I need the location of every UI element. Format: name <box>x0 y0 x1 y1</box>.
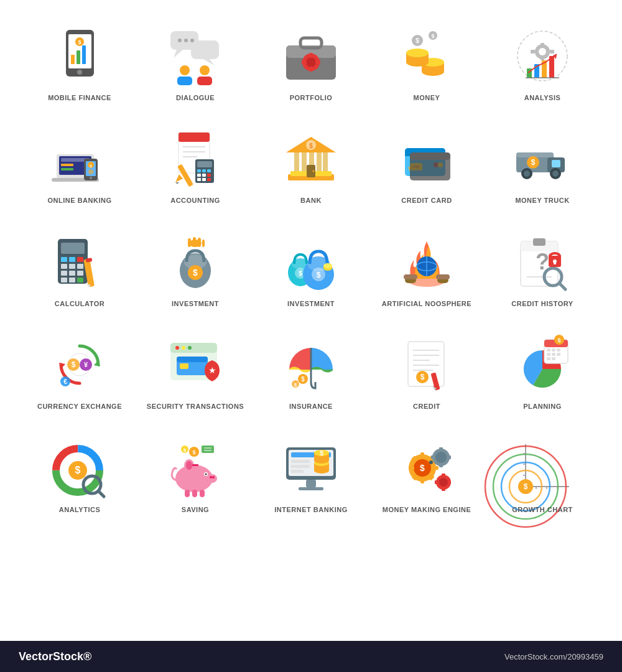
svg-point-15 <box>180 65 190 75</box>
svg-rect-160 <box>436 274 450 279</box>
icon-box-credit-card <box>396 128 458 190</box>
label-mobile-finance: MOBILE FINANCE <box>48 93 111 103</box>
svg-text:$: $ <box>431 33 434 39</box>
icon-box-analytics: $ <box>49 437 111 499</box>
icon-item-credit: $ CREDIT <box>372 327 481 418</box>
icon-item-saving: $ $ SAVING <box>141 431 250 521</box>
label-bank: BANK <box>300 196 322 205</box>
svg-point-185 <box>188 346 192 350</box>
icon-item-analysis: ANALYSIS <box>488 19 597 109</box>
svg-text:$: $ <box>316 270 321 279</box>
svg-text:$: $ <box>183 447 187 453</box>
icon-box-calculator <box>49 231 111 293</box>
icon-item-internet-banking: $ INTERNET BANKING <box>256 431 366 521</box>
icon-item-accounting: ACCOUNTING <box>141 121 250 212</box>
svg-rect-56 <box>61 168 73 170</box>
icon-item-insurance: $ $ INSURANCE <box>256 327 366 418</box>
svg-text:$: $ <box>78 39 81 45</box>
svg-rect-72 <box>197 161 212 167</box>
svg-point-280 <box>439 478 448 487</box>
svg-rect-80 <box>202 178 206 181</box>
icon-item-planning: $ PLANNING <box>488 327 597 418</box>
svg-rect-123 <box>61 271 67 276</box>
svg-rect-214 <box>557 353 560 356</box>
icon-box-bank: $ <box>280 128 342 190</box>
icon-item-investment2: $ $ INVESTMENT <box>256 225 366 315</box>
icon-box-saving: $ $ <box>164 437 226 499</box>
svg-rect-163 <box>533 238 545 246</box>
svg-point-93 <box>313 170 315 172</box>
icon-item-credit-card: CREDIT CARD <box>372 121 481 212</box>
svg-rect-237 <box>192 490 197 497</box>
label-portfolio: PORTFOLIO <box>290 93 333 103</box>
svg-rect-188 <box>180 363 188 369</box>
icon-box-artificial-noosphere <box>396 231 458 293</box>
svg-rect-138 <box>188 238 191 247</box>
svg-marker-9 <box>174 50 183 58</box>
svg-rect-212 <box>547 353 550 356</box>
icon-item-currency-exchange: $ ¥ € CURRENCY EXCHANGE <box>25 327 134 418</box>
svg-rect-264 <box>420 478 424 483</box>
icon-box-analysis <box>511 25 573 87</box>
svg-rect-140 <box>198 238 201 247</box>
svg-rect-265 <box>409 466 414 470</box>
svg-text:★: ★ <box>208 365 216 375</box>
svg-rect-283 <box>435 480 438 484</box>
svg-text:$: $ <box>524 482 528 491</box>
icon-item-money-truck: $ MONEY TRUCK <box>488 121 597 212</box>
svg-rect-73 <box>197 169 201 172</box>
svg-rect-64 <box>179 133 210 142</box>
icon-item-money-making-engine: $ MONEY MAKING ENGINE <box>372 431 481 521</box>
label-dialogue: DIALOGUE <box>176 93 215 103</box>
svg-rect-74 <box>202 169 206 172</box>
svg-rect-241 <box>202 446 214 453</box>
svg-line-167 <box>559 283 565 289</box>
svg-text:$: $ <box>193 268 198 278</box>
svg-rect-2 <box>71 55 75 64</box>
svg-rect-88 <box>323 152 328 171</box>
svg-rect-3 <box>77 50 80 64</box>
label-credit: CREDIT <box>413 402 440 411</box>
footer-brand: VectorStock® <box>19 650 91 663</box>
svg-text:$: $ <box>309 142 313 149</box>
icon-item-security-transactions: ★ SECURITY TRANSACTIONS <box>141 327 250 418</box>
svg-marker-69 <box>175 174 183 182</box>
svg-point-183 <box>175 346 179 350</box>
svg-point-152 <box>323 263 332 268</box>
label-growth-chart: GROWTH CHART <box>512 505 573 515</box>
svg-rect-213 <box>552 353 555 356</box>
svg-text:$: $ <box>72 360 76 369</box>
svg-rect-116 <box>61 243 85 254</box>
icon-box-currency-exchange: $ ¥ € <box>49 334 111 396</box>
icon-item-investment1: $ INVESTMENT <box>141 225 250 315</box>
svg-rect-81 <box>207 178 211 181</box>
icon-item-credit-history: ? CREDIT HISTORY <box>488 225 597 315</box>
svg-point-33 <box>406 49 429 57</box>
svg-rect-16 <box>177 77 192 85</box>
svg-point-112 <box>552 170 559 177</box>
svg-rect-79 <box>197 178 201 181</box>
icon-box-credit-history: ? <box>511 231 573 293</box>
icon-box-growth-chart: $ <box>511 437 573 499</box>
svg-marker-11 <box>203 59 214 65</box>
svg-rect-124 <box>69 271 75 276</box>
icon-box-dialogue <box>164 25 226 87</box>
svg-rect-108 <box>552 160 560 167</box>
footer-url: VectorStock.com/20993459 <box>504 652 603 661</box>
label-investment2: INVESTMENT <box>287 299 335 309</box>
svg-rect-251 <box>291 470 304 473</box>
svg-point-23 <box>306 57 316 67</box>
label-analytics: ANALYTICS <box>59 505 100 515</box>
svg-point-230 <box>212 476 215 478</box>
svg-rect-139 <box>193 237 196 247</box>
icon-box-investment1: $ <box>164 231 226 293</box>
svg-text:$: $ <box>320 449 323 457</box>
svg-text:$: $ <box>301 376 305 383</box>
svg-rect-281 <box>442 474 445 477</box>
svg-text:$: $ <box>420 463 425 473</box>
svg-point-278 <box>429 460 433 464</box>
label-artificial-noosphere: ARTIFICIAL NOOSPHERE <box>382 299 471 309</box>
svg-rect-25 <box>309 67 313 72</box>
label-credit-history: CREDIT HISTORY <box>511 299 573 309</box>
svg-point-110 <box>524 170 530 177</box>
